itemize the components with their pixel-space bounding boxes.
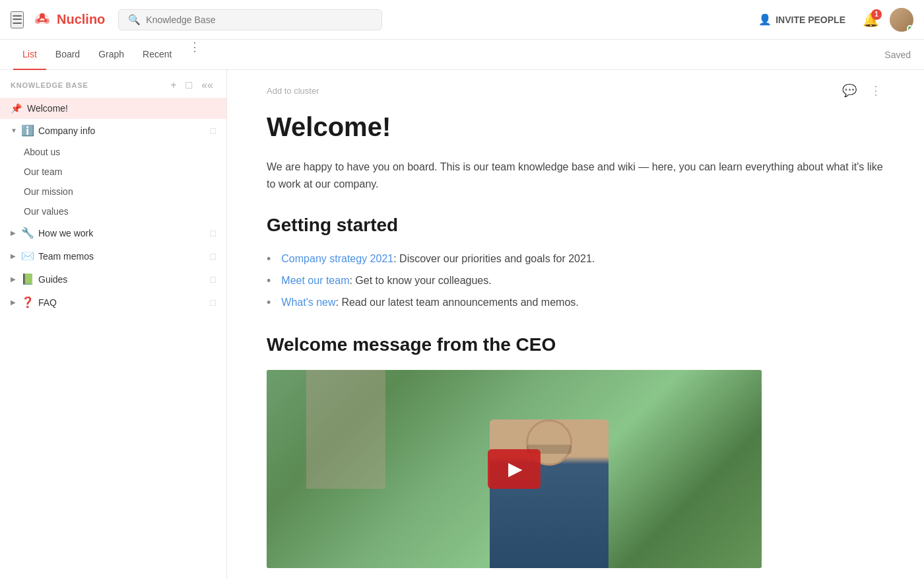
chevron-right-icon: ▶ <box>11 252 18 260</box>
comment-icon: 💬 <box>842 84 857 97</box>
play-icon: ▶ <box>508 454 523 484</box>
search-bar[interactable]: 🔍 <box>118 9 382 30</box>
list-item-text: Company strategy 2021: Discover our prio… <box>281 251 595 267</box>
cluster-checkbox-guides[interactable]: □ <box>211 274 216 285</box>
list-item: Company strategy 2021: Discover our prio… <box>267 251 884 268</box>
cluster-emoji-team-memos: ✉️ <box>21 250 34 262</box>
tab-recent[interactable]: Recent <box>133 40 181 70</box>
add-to-cluster-link[interactable]: Add to cluster <box>267 86 319 96</box>
cluster-checkbox-team-memos[interactable]: □ <box>211 251 216 262</box>
list-item-text: Meet our team: Get to know your colleagu… <box>281 273 491 289</box>
content-toolbar: Add to cluster 💬 ⋮ <box>267 70 884 100</box>
ceo-message-heading: Welcome message from the CEO <box>267 330 884 360</box>
user-avatar[interactable] <box>890 8 913 32</box>
cluster-children-company-info: About us Our team Our mission Our values <box>0 142 226 221</box>
cluster-emoji-faq: ❓ <box>21 296 34 308</box>
nav-right: 👤 INVITE PEOPLE 🔔 1 <box>752 8 913 32</box>
logo-icon <box>32 9 53 30</box>
sidebar-header: KNOWLEDGE BASE + □ «« <box>0 70 226 98</box>
play-button[interactable]: ▶ <box>488 449 541 489</box>
link-description-1: : Discover our priorities and goals for … <box>393 253 595 264</box>
invite-label: INVITE PEOPLE <box>776 15 845 25</box>
sidebar-item-label: Welcome! <box>27 103 216 114</box>
person-add-icon: 👤 <box>758 13 772 26</box>
sidebar: KNOWLEDGE BASE + □ «« 📌 Welcome! ▼ ℹ️ Co… <box>0 70 227 578</box>
sidebar-cluster-guides: ▶ 📗 Guides □ <box>0 268 226 291</box>
cluster-name-guides: Guides <box>38 274 211 285</box>
cluster-header-guides[interactable]: ▶ 📗 Guides □ <box>0 268 226 291</box>
sidebar-actions: + □ «« <box>168 78 216 92</box>
chevron-down-icon: ▼ <box>11 127 18 134</box>
link-description-3: : Read our latest team announcements and… <box>336 297 579 308</box>
cluster-name-how-we-work: How we work <box>38 228 211 238</box>
sidebar-item-our-team[interactable]: Our team <box>24 162 226 182</box>
more-options-button[interactable]: ⋮ <box>867 81 884 100</box>
list-item-text: What's new: Read our latest team announc… <box>281 295 578 310</box>
tab-board[interactable]: Board <box>46 40 89 70</box>
sidebar-cluster-company-info: ▼ ℹ️ Company info □ About us Our team Ou… <box>0 119 226 221</box>
tab-graph[interactable]: Graph <box>89 40 133 70</box>
getting-started-list: Company strategy 2021: Discover our prio… <box>267 251 884 312</box>
comments-button[interactable]: 💬 <box>840 81 859 100</box>
sidebar-item-welcome[interactable]: 📌 Welcome! <box>0 98 226 119</box>
sidebar-cluster-team-memos: ▶ ✉️ Team memos □ <box>0 244 226 268</box>
secondary-navigation: List Board Graph Recent ⋮ Saved <box>0 40 924 70</box>
top-navigation: ☰ Nuclino 🔍 👤 INVITE PEOPLE 🔔 1 <box>0 0 924 40</box>
sidebar-item-about-us[interactable]: About us <box>24 142 226 162</box>
cluster-checkbox-faq[interactable]: □ <box>211 297 216 308</box>
saved-label: Saved <box>884 50 911 60</box>
document-body: We are happy to have you on board. This … <box>267 159 884 568</box>
main-layout: KNOWLEDGE BASE + □ «« 📌 Welcome! ▼ ℹ️ Co… <box>0 70 924 578</box>
view-tabs: List Board Graph Recent ⋮ <box>13 40 206 70</box>
meet-our-team-link[interactable]: Meet our team <box>281 275 349 286</box>
content-actions: 💬 ⋮ <box>840 81 884 100</box>
sidebar-item-our-values[interactable]: Our values <box>24 201 226 221</box>
whats-new-link[interactable]: What's new <box>281 297 335 308</box>
invite-people-button[interactable]: 👤 INVITE PEOPLE <box>752 9 852 30</box>
cluster-header-how-we-work[interactable]: ▶ 🔧 How we work □ <box>0 221 226 244</box>
ellipsis-icon: ⋮ <box>870 84 882 97</box>
list-item: What's new: Read our latest team announc… <box>267 295 884 311</box>
notifications-button[interactable]: 🔔 1 <box>863 12 879 28</box>
logo-text: Nuclino <box>57 12 105 27</box>
avatar-online-indicator <box>907 25 913 32</box>
cluster-header-faq[interactable]: ▶ ❓ FAQ □ <box>0 291 226 314</box>
cluster-header-company-info[interactable]: ▼ ℹ️ Company info □ <box>0 119 226 142</box>
search-icon: 🔍 <box>128 14 141 26</box>
cluster-checkbox-company-info[interactable]: □ <box>211 126 216 136</box>
cluster-header-team-memos[interactable]: ▶ ✉️ Team memos □ <box>0 244 226 268</box>
cluster-name-team-memos: Team memos <box>38 251 211 262</box>
tab-list[interactable]: List <box>13 40 46 70</box>
chevron-right-icon: ▶ <box>11 275 18 283</box>
cluster-name-company-info: Company info <box>38 126 211 136</box>
company-strategy-link[interactable]: Company strategy 2021 <box>281 253 393 264</box>
link-description-2: : Get to know your colleagues. <box>349 275 491 286</box>
cluster-emoji-company-info: ℹ️ <box>21 124 34 137</box>
sidebar-title: KNOWLEDGE BASE <box>11 81 88 89</box>
list-item: Meet our team: Get to know your colleagu… <box>267 273 884 289</box>
cluster-name-faq: FAQ <box>38 297 211 308</box>
expand-sidebar-button[interactable]: □ <box>183 78 195 92</box>
cluster-checkbox-how-we-work[interactable]: □ <box>211 228 216 238</box>
chevron-right-icon: ▶ <box>11 299 18 306</box>
collapse-sidebar-button[interactable]: «« <box>199 78 216 92</box>
main-content: Add to cluster 💬 ⋮ Welcome! We are happy… <box>227 70 924 578</box>
document-title: Welcome! <box>267 111 884 143</box>
sidebar-cluster-faq: ▶ ❓ FAQ □ <box>0 291 226 314</box>
add-item-button[interactable]: + <box>168 78 179 92</box>
hamburger-menu[interactable]: ☰ <box>11 11 24 28</box>
logo[interactable]: Nuclino <box>32 9 105 30</box>
sidebar-cluster-how-we-work: ▶ 🔧 How we work □ <box>0 221 226 244</box>
sidebar-item-our-mission[interactable]: Our mission <box>24 182 226 201</box>
ceo-video[interactable]: ▶ <box>267 370 762 568</box>
intro-paragraph: We are happy to have you on board. This … <box>267 159 884 192</box>
cluster-emoji-guides: 📗 <box>21 273 34 285</box>
chevron-right-icon: ▶ <box>11 229 18 236</box>
more-tabs-button[interactable]: ⋮ <box>183 40 206 70</box>
cluster-emoji-how-we-work: 🔧 <box>21 227 34 239</box>
search-input[interactable] <box>146 15 372 25</box>
pin-icon: 📌 <box>11 103 22 114</box>
notification-badge: 1 <box>871 9 882 20</box>
getting-started-heading: Getting started <box>267 211 884 240</box>
